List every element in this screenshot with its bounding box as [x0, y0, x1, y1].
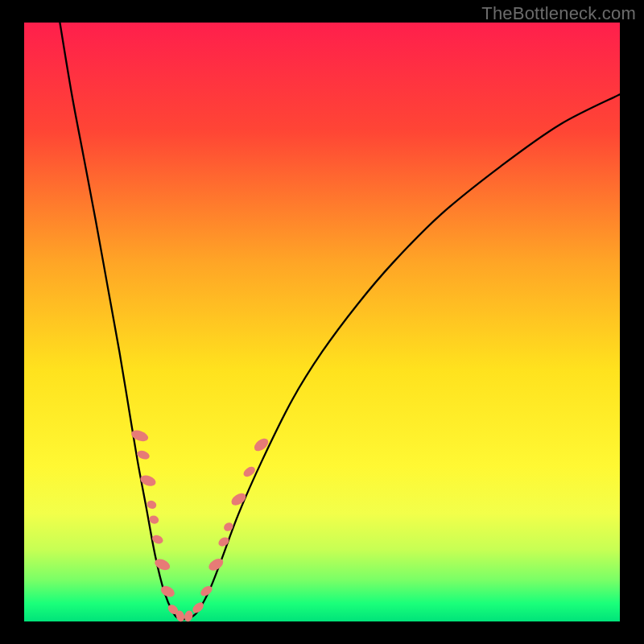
chart-stage: TheBottleneck.com — [0, 0, 644, 644]
watermark-text: TheBottleneck.com — [481, 3, 636, 24]
chart-svg — [0, 0, 644, 644]
